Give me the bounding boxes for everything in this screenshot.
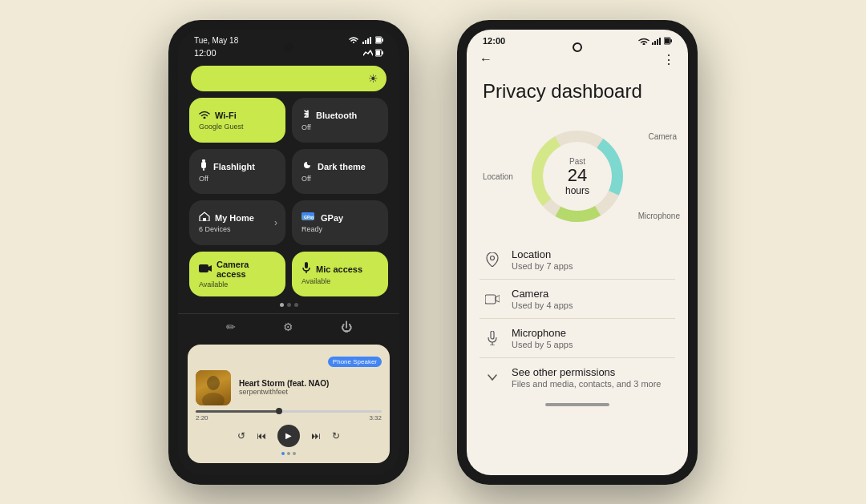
phones-container: Tue, May 18 xyxy=(0,0,866,504)
pd-more-button[interactable]: ⋮ xyxy=(662,52,675,67)
dark-theme-tile[interactable]: Dark theme Off xyxy=(292,149,388,194)
qs-dot-3 xyxy=(294,303,298,307)
wifi-tile-sub: Google Guest xyxy=(199,123,276,131)
bluetooth-tile-icon xyxy=(301,108,311,122)
pd-legend-location: Location xyxy=(483,172,513,181)
brightness-icon: ☀ xyxy=(368,72,378,85)
svg-rect-31 xyxy=(665,38,670,43)
music-times: 2:20 3:32 xyxy=(196,414,382,421)
pd-other-permissions-sub: Files and media, contacts, and 3 more xyxy=(512,379,672,389)
music-artist: serpentwithfeet xyxy=(239,388,382,396)
phone-speaker-label: Phone Speaker xyxy=(328,357,382,367)
flashlight-tile-sub: Off xyxy=(199,175,276,183)
svg-rect-14 xyxy=(203,218,206,221)
pd-microphone-icon xyxy=(483,329,502,348)
gpay-tile[interactable]: GPay GPay Ready xyxy=(292,200,388,245)
pd-wifi-icon xyxy=(638,37,650,45)
phone1-date: Tue, May 18 xyxy=(194,36,238,45)
camera-access-tile-sub: Available xyxy=(199,280,276,288)
music-album-art xyxy=(196,370,231,405)
pd-location-text: Location Used by 7 apps xyxy=(512,248,672,271)
svg-rect-5 xyxy=(382,38,383,42)
phone2: 12:00 xyxy=(457,20,698,485)
pd-microphone-text: Microphone Used by 5 apps xyxy=(512,327,672,349)
camera-access-tile-title: Camera access xyxy=(216,260,276,279)
gpay-tile-title: GPay xyxy=(321,213,343,223)
pd-location-item[interactable]: Location Used by 7 apps xyxy=(480,240,675,280)
pd-expand-icon xyxy=(483,368,502,387)
pd-other-permissions-item[interactable]: See other permissions Files and media, c… xyxy=(480,358,675,397)
mic-access-tile-sub: Available xyxy=(301,277,378,285)
settings-button[interactable]: ⚙ xyxy=(283,321,293,333)
music-dot-2 xyxy=(287,452,290,455)
mic-access-tile[interactable]: Mic access Available xyxy=(292,252,388,296)
svg-rect-20 xyxy=(305,262,308,268)
battery-icon2 xyxy=(375,49,383,57)
pd-home-bar xyxy=(467,397,688,409)
svg-rect-27 xyxy=(657,39,658,45)
flashlight-tile-title: Flashlight xyxy=(213,162,255,171)
pd-location-title: Location xyxy=(512,248,672,260)
svg-rect-13 xyxy=(203,168,204,171)
music-time-current: 2:20 xyxy=(196,414,208,421)
svg-marker-38 xyxy=(496,296,500,303)
pd-home-indicator xyxy=(545,403,609,406)
pd-chart-area: Location Camera Microphone Past xyxy=(467,112,688,240)
svg-rect-0 xyxy=(362,42,364,44)
my-home-tile[interactable]: My Home › 6 Devices xyxy=(189,200,285,245)
pd-back-button[interactable]: ← xyxy=(480,52,492,67)
svg-marker-19 xyxy=(208,265,212,272)
bluetooth-tile[interactable]: Bluetooth Off xyxy=(292,98,388,143)
dark-theme-tile-icon xyxy=(301,159,313,173)
pd-nav-bar: ← ⋮ xyxy=(467,49,688,74)
bluetooth-tile-sub: Off xyxy=(301,123,378,131)
music-progress-bar xyxy=(196,410,382,413)
flashlight-tile[interactable]: Flashlight Off xyxy=(189,149,285,194)
camera-access-tile[interactable]: Camera access Available xyxy=(189,252,285,296)
pd-legend-camera: Camera xyxy=(648,132,677,141)
music-controls: ↺ ⏮ ▶ ⏭ ↻ xyxy=(196,425,382,447)
music-time-total: 3:32 xyxy=(369,414,382,421)
pd-location-icon xyxy=(483,250,502,269)
pd-microphone-item[interactable]: Microphone Used by 5 apps xyxy=(480,319,675,358)
flashlight-tile-icon xyxy=(199,159,208,173)
mic-access-tile-title: Mic access xyxy=(316,264,362,274)
music-output-label: Phone Speaker xyxy=(196,353,382,367)
phone1-screen: Tue, May 18 xyxy=(178,30,399,475)
pd-list: Location Used by 7 apps Camera Used xyxy=(467,240,688,397)
pd-microphone-sub: Used by 5 apps xyxy=(512,340,672,349)
wifi-tile[interactable]: Wi-Fi Google Guest xyxy=(189,98,285,143)
home-tile-title: My Home xyxy=(215,213,254,223)
pd-camera-icon xyxy=(483,289,502,308)
quick-settings-tiles: Wi-Fi Google Guest Bluetooth Off xyxy=(178,98,399,296)
pd-other-permissions-title: See other permissions xyxy=(512,366,672,378)
music-play-button[interactable]: ▶ xyxy=(277,425,300,447)
svg-rect-18 xyxy=(199,264,208,272)
music-dot-3 xyxy=(293,452,296,455)
svg-point-23 xyxy=(202,393,225,405)
svg-rect-8 xyxy=(382,51,383,54)
pd-camera-item[interactable]: Camera Used by 4 apps xyxy=(480,280,675,319)
svg-rect-28 xyxy=(659,38,661,45)
pd-status-icons xyxy=(638,37,672,45)
power-button[interactable]: ⏻ xyxy=(341,321,352,333)
pd-microphone-title: Microphone xyxy=(512,327,672,339)
music-forward-button[interactable]: ↻ xyxy=(332,430,340,442)
qs-page-indicator xyxy=(178,303,399,307)
svg-rect-9 xyxy=(376,50,380,55)
edit-button[interactable]: ✏ xyxy=(226,321,236,333)
phone1: Tue, May 18 xyxy=(168,20,409,485)
pd-chart-hours: 24 xyxy=(565,166,589,185)
phone1-status-icons xyxy=(348,36,383,44)
music-player: Phone Speaker Heart Storm (feat. xyxy=(188,345,390,463)
music-dot-1 xyxy=(281,452,285,455)
music-next-button[interactable]: ⏭ xyxy=(311,430,321,442)
pd-camera-text: Camera Used by 4 apps xyxy=(512,288,672,310)
music-progress[interactable]: 2:20 3:32 xyxy=(196,410,382,421)
svg-rect-37 xyxy=(485,295,496,304)
music-prev-button[interactable]: ⏮ xyxy=(257,430,266,442)
brightness-slider[interactable]: ☀ xyxy=(191,66,386,91)
music-replay-button[interactable]: ↺ xyxy=(237,430,245,442)
qs-dot-1 xyxy=(280,303,284,307)
svg-text:GPay: GPay xyxy=(304,215,314,220)
